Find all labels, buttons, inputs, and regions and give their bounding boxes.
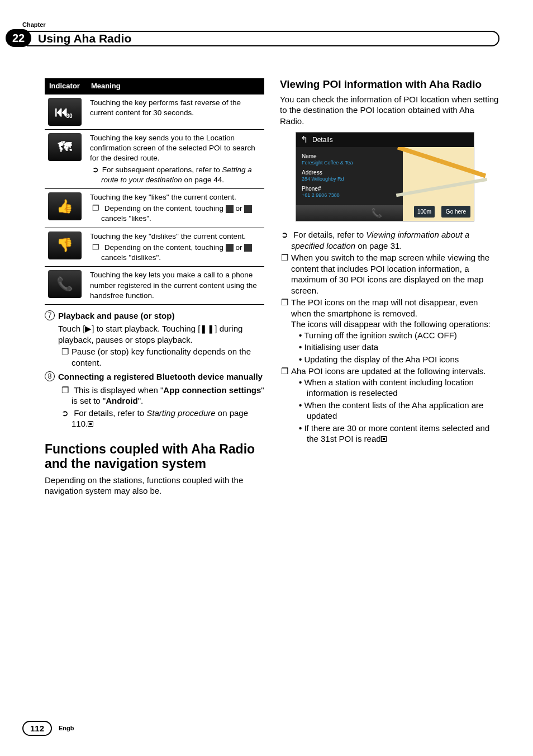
circled-number-8: 8 [45, 371, 55, 381]
page-number: 112 [22, 721, 52, 736]
name-value: Foresight Coffee & Tea [302, 160, 397, 167]
bullet-list: Turning off the ignition switch (ACC OFF… [280, 330, 499, 365]
table-row: ⏮30 Touching the key performs fast rever… [45, 94, 264, 130]
reference-arrow-icon: ➲ [280, 229, 289, 240]
phone-call-icon: 📞 [48, 270, 82, 298]
page-content: Indicator Meaning ⏮30 Touching the key p… [45, 78, 499, 700]
chapter-title: Using Aha Radio [38, 31, 131, 46]
thumbs-up-icon: 👍 [48, 192, 82, 220]
table-row: 👎 Touching the key "dislikes" the curren… [45, 228, 264, 267]
note-marker-icon: ❐ [92, 204, 100, 214]
reference-line: ➲ For details, refer to Viewing informat… [280, 229, 499, 251]
note-marker-icon: ❐ [60, 346, 69, 357]
go-here-button: Go here [441, 206, 470, 218]
rewind-30-icon: ⏮30 [48, 98, 82, 126]
address-label: Address [302, 169, 397, 176]
item-title: Connecting a registered Bluetooth device… [58, 372, 263, 381]
note-continuation: The icons will disappear with the follow… [280, 319, 499, 330]
circled-number-7: 7 [45, 310, 55, 320]
item-reference: ➲ For details, refer to Starting procedu… [45, 408, 264, 429]
item-note: ❐Pause (or stop) key functionality depen… [45, 346, 264, 368]
table-row: 👍 Touching the key "likes" the current c… [45, 188, 264, 228]
end-section-icon [88, 421, 93, 427]
chapter-label: Chapter [22, 21, 46, 29]
chapter-number-badge: 22 [6, 29, 31, 47]
dislike-small-icon [244, 244, 252, 252]
table-row: 🗺 Touching the key sends you to the Loca… [45, 129, 264, 188]
list-item: When a station with content including lo… [280, 377, 499, 399]
poi-details-screenshot: ▣ Map 100m Go here ↰ Details Name Foresi… [296, 132, 474, 221]
section-body: Depending on the stations, functions cou… [45, 475, 264, 497]
reference-arrow-icon: ➲ [92, 165, 100, 175]
phone-icon: 📞 [371, 207, 382, 219]
like-small-icon [226, 205, 234, 213]
section-heading-functions: Functions coupled with Aha Radio and the… [45, 442, 264, 471]
list-item-7: 7Playback and pause (or stop) [45, 310, 264, 322]
phone-value: +61 2 9906 7388 [302, 192, 397, 199]
item-title: Playback and pause (or stop) [58, 311, 174, 320]
list-item: When the content lists of the Aha applic… [280, 400, 499, 422]
indicator-meaning: Touching the key performs fast reverse o… [87, 94, 264, 130]
page-footer: 112 Engb [22, 721, 74, 736]
note-line: ❐The POI icons on the map will not disap… [280, 297, 499, 319]
phone-label: Phone# [302, 185, 397, 192]
note-line: ❐Aha POI icons are updated at the follow… [280, 366, 499, 377]
section-heading-viewing-poi: Viewing POI information with Aha Radio [280, 78, 499, 91]
indicator-table: Indicator Meaning ⏮30 Touching the key p… [45, 78, 264, 305]
indicator-meaning: Touching the key "likes" the current con… [87, 188, 264, 228]
reference-arrow-icon: ➲ [60, 408, 69, 419]
note-line: ❐When you switch to the map screen while… [280, 252, 499, 296]
note-marker-icon: ❐ [60, 385, 69, 396]
map-distance: 100m [414, 206, 435, 218]
note-marker-icon: ❐ [280, 252, 289, 263]
dislike-small-icon [244, 205, 252, 213]
note-marker-icon: ❐ [280, 297, 289, 308]
note-marker-icon: ❐ [280, 366, 289, 377]
address-value: 284 Willoughby Rd [302, 176, 397, 183]
like-small-icon [226, 244, 234, 252]
indicator-meaning: Touching the key "dislikes" the current … [87, 228, 264, 267]
list-item: Initialising user data [280, 342, 499, 353]
bullet-list: When a station with content including lo… [280, 377, 499, 445]
details-title: Details [312, 136, 333, 145]
list-item-8: 8Connecting a registered Bluetooth devic… [45, 371, 264, 382]
name-label: Name [302, 153, 397, 160]
chapter-title-bar: Using Aha Radio [27, 31, 499, 46]
item-note: ❐ This is displayed when "App connection… [45, 385, 264, 407]
end-section-icon [381, 436, 387, 442]
item-body: Touch [▶] to start playback. Touching [❚… [45, 323, 264, 345]
back-icon: ↰ [301, 134, 308, 146]
indicator-meaning: Touching the key lets you make a call to… [87, 267, 264, 305]
indicator-meaning: Touching the key sends you to the Locati… [87, 129, 264, 188]
map-pin-icon: 🗺 [48, 133, 82, 161]
language-label: Engb [59, 724, 74, 732]
table-head-indicator: Indicator [45, 78, 87, 94]
thumbs-down-icon: 👎 [48, 231, 82, 259]
list-item: Turning off the ignition switch (ACC OFF… [280, 330, 499, 341]
list-item: Updating the display of the Aha POI icon… [280, 354, 499, 365]
table-row: 📞 Touching the key lets you make a call … [45, 267, 264, 305]
section-body: You can check the information of POI loc… [280, 94, 499, 127]
list-item: If there are 30 or more content items se… [280, 423, 499, 445]
table-head-meaning: Meaning [87, 78, 264, 94]
note-marker-icon: ❐ [92, 243, 100, 253]
